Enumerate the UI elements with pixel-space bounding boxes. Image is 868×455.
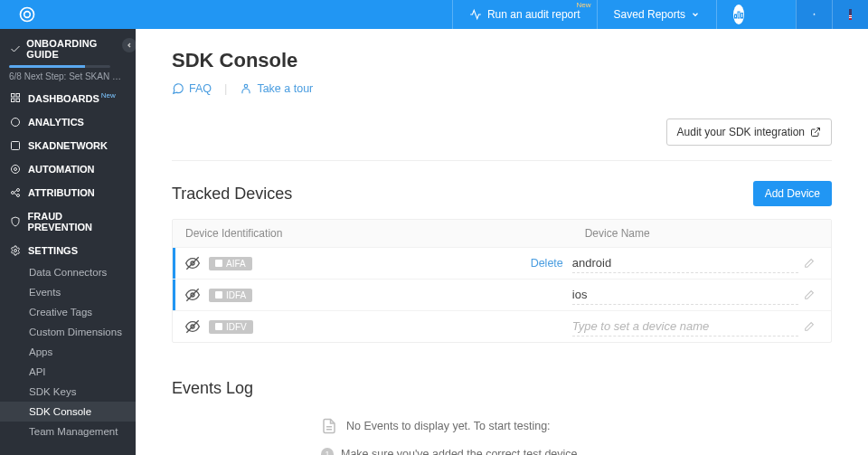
gear-icon bbox=[9, 245, 22, 256]
edit-icon[interactable] bbox=[798, 289, 818, 301]
sidebar-item-attribution[interactable]: ATTRIBUTION bbox=[0, 181, 136, 204]
sidebar-onboarding-section[interactable]: ONBOARDING GUIDE 6/8 Next Step: Set SKAN… bbox=[0, 29, 136, 85]
svg-rect-13 bbox=[16, 93, 20, 97]
device-name-input[interactable] bbox=[572, 253, 798, 273]
sidebar-collapse-button[interactable] bbox=[122, 38, 136, 52]
saved-reports-button[interactable]: Saved Reports bbox=[597, 0, 716, 29]
tracked-devices-title: Tracked Devices bbox=[172, 185, 753, 204]
tour-icon bbox=[240, 82, 252, 95]
svg-rect-15 bbox=[16, 99, 20, 102]
svg-rect-12 bbox=[12, 93, 15, 97]
onboarding-title: ONBOARDING GUIDE bbox=[26, 38, 127, 60]
svg-point-20 bbox=[12, 191, 14, 194]
locale-button[interactable] bbox=[832, 0, 868, 29]
svg-rect-4 bbox=[741, 14, 742, 19]
automation-icon bbox=[9, 164, 22, 175]
sidebar-item-automation[interactable]: AUTOMATION bbox=[0, 157, 136, 181]
events-log-title: Events Log bbox=[172, 379, 832, 398]
svg-line-24 bbox=[14, 193, 17, 194]
sidebar-item-skadnetwork[interactable]: SKADNETWORK bbox=[0, 134, 136, 157]
svg-point-1 bbox=[24, 12, 31, 18]
topbar: Run an audit report New Saved Reports bbox=[0, 0, 868, 29]
avatar-icon bbox=[733, 5, 744, 24]
chevron-down-icon bbox=[691, 10, 700, 19]
sidebar-sub-team-management[interactable]: Team Management bbox=[0, 422, 136, 441]
add-device-button[interactable]: Add Device bbox=[753, 181, 832, 206]
delete-link[interactable]: Delete bbox=[531, 257, 563, 270]
dashboard-icon bbox=[9, 92, 22, 103]
onboarding-icon bbox=[9, 43, 21, 54]
sidebar-sub-data-connectors[interactable]: Data Connectors bbox=[0, 262, 136, 282]
table-header: Device Identification Device Name bbox=[173, 220, 831, 247]
eye-off-icon[interactable] bbox=[185, 256, 200, 270]
eye-off-icon[interactable] bbox=[185, 319, 200, 334]
faq-icon bbox=[172, 82, 184, 95]
notifications-button[interactable] bbox=[796, 0, 832, 29]
edit-icon[interactable] bbox=[798, 258, 818, 270]
device-id-pill: IDFV bbox=[209, 320, 253, 334]
svg-rect-9 bbox=[849, 15, 852, 16]
svg-point-26 bbox=[245, 84, 249, 88]
svg-point-18 bbox=[14, 167, 17, 170]
sidebar-item-settings[interactable]: SETTINGS bbox=[0, 239, 136, 262]
device-id-pill: AIFA bbox=[209, 257, 252, 270]
new-badge: New bbox=[101, 91, 116, 100]
svg-rect-17 bbox=[12, 141, 20, 149]
sidebar: ONBOARDING GUIDE 6/8 Next Step: Set SKAN… bbox=[0, 29, 136, 455]
table-row: IDFA bbox=[173, 279, 831, 310]
sidebar-sub-sdk-console[interactable]: SDK Console bbox=[0, 402, 136, 422]
svg-rect-11 bbox=[849, 9, 852, 15]
run-audit-button[interactable]: Run an audit report New bbox=[452, 0, 597, 29]
sidebar-sub-custom-dimensions[interactable]: Custom Dimensions bbox=[0, 322, 136, 342]
svg-line-29 bbox=[186, 257, 198, 269]
th-device-name: Device Name bbox=[585, 227, 818, 240]
svg-line-31 bbox=[186, 289, 198, 300]
logo[interactable] bbox=[0, 5, 54, 24]
take-tour-link[interactable]: Take a tour bbox=[240, 82, 313, 95]
shield-icon bbox=[9, 216, 22, 227]
flag-us-icon bbox=[849, 9, 852, 20]
svg-rect-3 bbox=[738, 12, 740, 18]
step-badge-1: 1 bbox=[321, 448, 334, 455]
sidebar-sub-sdk-keys[interactable]: SDK Keys bbox=[0, 382, 136, 402]
svg-line-23 bbox=[14, 190, 17, 192]
sidebar-item-analytics[interactable]: ANALYTICS bbox=[0, 110, 136, 134]
external-link-icon bbox=[810, 127, 821, 137]
onboarding-progress bbox=[9, 65, 110, 68]
sidebar-item-fraud[interactable]: FRAUD PREVENTION bbox=[0, 204, 136, 239]
main-content: SDK Console FAQ | Take a tour Audit your… bbox=[136, 29, 868, 455]
avatar-button[interactable] bbox=[716, 0, 760, 29]
eye-off-icon[interactable] bbox=[185, 288, 200, 302]
sidebar-sub-events[interactable]: Events bbox=[0, 282, 136, 302]
svg-point-25 bbox=[14, 249, 17, 251]
new-badge: New bbox=[577, 1, 591, 9]
svg-rect-14 bbox=[12, 99, 15, 102]
device-id-pill: IDFA bbox=[209, 289, 252, 302]
saved-reports-label: Saved Reports bbox=[614, 8, 685, 21]
sidebar-sub-apps[interactable]: Apps bbox=[0, 342, 136, 362]
svg-point-22 bbox=[17, 194, 20, 196]
edit-icon[interactable] bbox=[798, 321, 818, 333]
th-device-id: Device Identification bbox=[185, 227, 585, 240]
onboarding-step-text: 6/8 Next Step: Set SKAN Conversi… bbox=[9, 71, 127, 81]
device-name-input[interactable] bbox=[572, 285, 798, 305]
sidebar-item-dashboards[interactable]: DASHBOARDSNew bbox=[0, 85, 136, 110]
events-empty-state: No Events to display yet. To start testi… bbox=[321, 416, 683, 455]
page-title: SDK Console bbox=[172, 49, 832, 72]
table-row: IDFV bbox=[173, 310, 831, 342]
svg-point-0 bbox=[21, 8, 34, 22]
tracked-devices-table: Device Identification Device Name AIFA D… bbox=[172, 219, 832, 343]
faq-link[interactable]: FAQ bbox=[172, 82, 212, 95]
run-audit-label: Run an audit report bbox=[487, 8, 580, 21]
sidebar-sub-creative-tags[interactable]: Creative Tags bbox=[0, 302, 136, 322]
sidebar-sub-api[interactable]: API bbox=[0, 362, 136, 382]
svg-point-19 bbox=[12, 165, 20, 173]
svg-point-21 bbox=[17, 188, 20, 191]
svg-rect-10 bbox=[849, 17, 852, 18]
device-name-input[interactable] bbox=[572, 317, 798, 337]
svg-point-16 bbox=[12, 118, 20, 126]
audit-sdk-button[interactable]: Audit your SDK integration bbox=[666, 118, 832, 146]
document-icon bbox=[321, 416, 337, 436]
svg-line-27 bbox=[815, 128, 820, 134]
skad-icon bbox=[9, 140, 22, 151]
